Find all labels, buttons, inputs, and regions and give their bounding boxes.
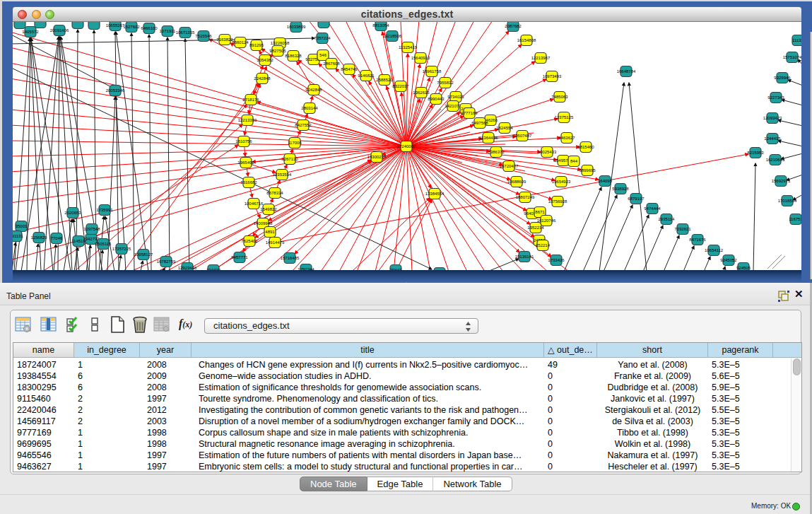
svg-text:8678334: 8678334 [266,191,283,195]
svg-text:15751074: 15751074 [783,55,801,59]
svg-text:9245052: 9245052 [720,258,737,262]
svg-text:15640910: 15640910 [411,56,430,60]
svg-text:12213967: 12213967 [531,56,551,60]
svg-text:13300275: 13300275 [367,155,387,159]
svg-text:1624554: 1624554 [496,126,513,130]
svg-text:10507487: 10507487 [513,134,532,138]
svg-text:8990443: 8990443 [428,97,445,101]
svg-text:10654112: 10654112 [705,248,724,252]
svg-text:17357225: 17357225 [112,247,131,251]
svg-text:10756928: 10756928 [548,199,567,204]
svg-text:14009948: 14009948 [254,221,273,226]
svg-text:12213369: 12213369 [238,118,257,122]
svg-text:10958127: 10958127 [134,252,153,257]
svg-text:13226058: 13226058 [271,41,290,45]
svg-text:35001: 35001 [16,224,28,228]
svg-text:1549822: 1549822 [260,207,277,211]
svg-text:8471676: 8471676 [689,238,706,242]
svg-text:9474444: 9474444 [644,206,661,211]
svg-text:2087682: 2087682 [505,24,522,28]
svg-text:7955812: 7955812 [437,81,454,85]
svg-text:9463627: 9463627 [558,136,575,140]
svg-text:9227343: 9227343 [767,95,784,100]
svg-text:9777169: 9777169 [461,111,478,115]
svg-text:10973493: 10973493 [543,74,562,78]
svg-text:10655267: 10655267 [106,23,125,28]
svg-text:20053346: 20053346 [106,88,125,93]
svg-text:17016504: 17016504 [778,199,797,203]
svg-text:2935114: 2935114 [659,217,676,221]
svg-text:117006: 117006 [288,141,302,145]
svg-text:15720407: 15720407 [500,164,519,168]
svg-text:6899695: 6899695 [579,168,596,173]
svg-text:8813054: 8813054 [372,23,389,28]
svg-text:7515546: 7515546 [195,34,212,38]
svg-text:77046: 77046 [51,236,63,240]
svg-text:9329946: 9329946 [774,76,791,80]
svg-text:391131: 391131 [13,234,23,238]
svg-text:12353594: 12353594 [273,173,292,177]
svg-text:7625402: 7625402 [241,239,258,243]
svg-text:7163822: 7163822 [216,37,233,42]
svg-text:16033809: 16033809 [287,25,306,29]
svg-text:1405572: 1405572 [22,30,39,34]
svg-text:16782759: 16782759 [157,259,176,264]
svg-text:7386372: 7386372 [488,150,505,154]
svg-text:1733426: 1733426 [548,258,565,262]
svg-text:1952214: 1952214 [527,226,544,230]
svg-text:6815460: 6815460 [577,145,594,149]
svg-text:2588520: 2588520 [376,78,393,82]
svg-text:7357224: 7357224 [314,36,331,40]
svg-text:3297548: 3297548 [83,227,100,231]
svg-text:20091406: 20091406 [50,28,69,33]
svg-text:15692971: 15692971 [772,179,791,183]
svg-text:8454749: 8454749 [341,67,358,71]
svg-text:9827505: 9827505 [269,49,286,53]
svg-text:5938928: 5938928 [612,187,629,191]
svg-text:114519: 114519 [71,239,86,243]
svg-text:6466100: 6466100 [141,26,158,30]
svg-text:10046716: 10046716 [245,201,264,206]
svg-text:7032621: 7032621 [674,227,691,231]
svg-text:9734023: 9734023 [447,95,464,99]
svg-text:8215953: 8215953 [747,151,764,155]
svg-text:546: 546 [319,53,327,57]
svg-text:6497568: 6497568 [471,121,488,125]
svg-text:19654923: 19654923 [552,180,571,184]
svg-text:2242848: 2242848 [254,76,271,81]
svg-text:1362615: 1362615 [413,90,430,95]
svg-text:8671: 8671 [535,210,545,214]
svg-text:12375125: 12375125 [555,115,574,119]
svg-text:21364436: 21364436 [479,136,498,140]
svg-text:14914479: 14914479 [266,240,285,245]
svg-text:12093423: 12093423 [763,116,782,120]
svg-text:11132: 11132 [792,38,801,42]
svg-text:8322037: 8322037 [392,84,409,88]
svg-text:10025433: 10025433 [538,150,557,154]
svg-text:16154808: 16154808 [517,38,536,42]
svg-text:3267130: 3267130 [281,157,298,161]
svg-text:1965492: 1965492 [237,160,254,165]
svg-text:891295: 891295 [249,43,264,47]
svg-text:15716485: 15716485 [281,256,300,260]
svg-text:2020653: 2020653 [64,211,81,215]
svg-text:8427552: 8427552 [295,123,312,127]
svg-text:1916682: 1916682 [240,180,257,185]
svg-text:11325419: 11325419 [399,45,418,49]
svg-text:8660124: 8660124 [232,40,249,45]
svg-text:844: 844 [570,159,578,163]
svg-text:252214: 252214 [536,243,551,247]
svg-text:16210643: 16210643 [766,158,785,162]
svg-text:1054382: 1054382 [257,58,273,62]
svg-text:10688609: 10688609 [507,180,526,184]
svg-text:8186328: 8186328 [285,54,302,58]
svg-text:15136141: 15136141 [515,255,534,259]
svg-text:2505115: 2505115 [95,242,112,246]
svg-text:1421072: 1421072 [445,104,461,108]
svg-text:10671355: 10671355 [176,30,195,35]
svg-text:9457771: 9457771 [231,255,248,259]
svg-text:9146821: 9146821 [358,74,375,78]
svg-text:164095: 164095 [598,179,613,183]
svg-text:19218506: 19218506 [383,34,402,38]
svg-text:2867608: 2867608 [323,62,340,66]
